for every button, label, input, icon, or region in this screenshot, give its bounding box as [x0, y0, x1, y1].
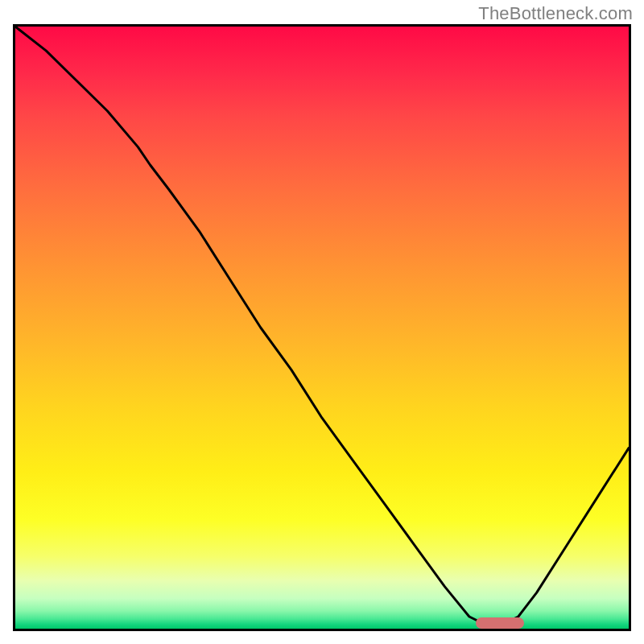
highlight-marker	[476, 617, 525, 629]
bottleneck-curve	[15, 27, 629, 629]
chart-stage: TheBottleneck.com	[0, 0, 644, 644]
watermark-text: TheBottleneck.com	[478, 3, 633, 24]
plot-frame	[13, 24, 631, 631]
